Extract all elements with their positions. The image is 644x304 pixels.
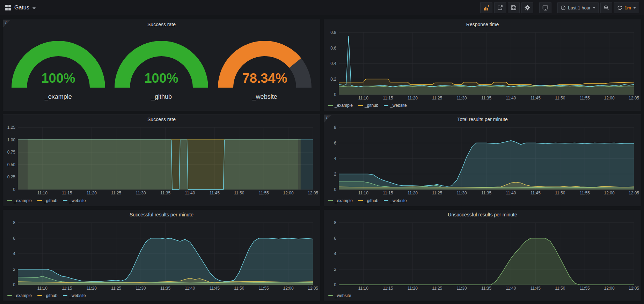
refresh-interval-label: 1m (624, 5, 631, 10)
svg-text:11:45: 11:45 (210, 191, 220, 195)
legend-item-_example[interactable]: _example (328, 103, 353, 108)
gauge-series-label: _website (253, 93, 277, 101)
gauge-value: 100% (41, 71, 75, 86)
legend-item-_example[interactable]: _example (328, 198, 353, 203)
svg-text:11:50: 11:50 (555, 191, 565, 195)
legend-item-_website[interactable]: _website (384, 103, 407, 108)
panel-info-icon[interactable]: i (324, 115, 332, 123)
settings-button[interactable] (521, 2, 533, 13)
legend-item-_github[interactable]: _github (37, 198, 57, 203)
dashboard-grid-icon[interactable] (5, 5, 11, 11)
svg-text:11:15: 11:15 (383, 96, 393, 101)
zoom-out-button[interactable] (600, 2, 612, 13)
svg-text:0: 0 (334, 187, 336, 192)
svg-text:11:35: 11:35 (481, 96, 491, 101)
share-button[interactable] (494, 2, 506, 13)
panel-title[interactable]: Success rate (3, 115, 320, 124)
svg-text:0.4: 0.4 (330, 61, 336, 66)
svg-text:11:50: 11:50 (234, 191, 244, 195)
svg-text:11:50: 11:50 (555, 286, 565, 291)
panel-title[interactable]: Unsuccessful results per minute (324, 210, 641, 219)
refresh-icon (617, 5, 622, 10)
svg-text:11:25: 11:25 (432, 191, 442, 195)
tv-mode-button[interactable] (539, 2, 551, 13)
svg-text:0: 0 (13, 187, 15, 192)
gauge-value: 100% (145, 71, 178, 86)
legend-item-_github[interactable]: _github (358, 198, 378, 203)
panel-info-icon[interactable]: i (3, 20, 11, 28)
legend-swatch (63, 200, 67, 201)
svg-text:11:25: 11:25 (432, 96, 442, 101)
svg-text:11:30: 11:30 (136, 286, 146, 291)
svg-text:8: 8 (334, 125, 336, 130)
svg-text:6: 6 (334, 236, 336, 240)
save-button[interactable] (508, 2, 520, 13)
chart-plot-area[interactable]: 11:1011:1511:2011:2511:3011:3511:4011:45… (324, 219, 641, 292)
gauge-_example: 100%_example (9, 37, 107, 101)
svg-text:11:45: 11:45 (530, 286, 541, 291)
success-rate-chart: 11:1011:1511:2011:2511:3011:3511:4011:45… (3, 124, 320, 197)
legend-item-_website[interactable]: _website (63, 198, 86, 203)
legend-item-_example[interactable]: _example (7, 198, 32, 203)
gauge-arc: 100% (112, 37, 210, 90)
svg-text:11:10: 11:10 (358, 286, 368, 291)
svg-text:11:40: 11:40 (185, 191, 195, 195)
legend-series-name: _example (335, 103, 353, 108)
add-panel-button[interactable] (480, 2, 492, 13)
legend-item-_github[interactable]: _github (358, 103, 378, 108)
svg-text:0.75: 0.75 (7, 150, 16, 155)
gauge-_github: 100%_github (112, 37, 210, 101)
svg-text:0: 0 (334, 92, 336, 97)
svg-text:4: 4 (13, 251, 15, 256)
legend: _example_github_website (324, 102, 641, 111)
svg-text:11:40: 11:40 (506, 286, 516, 291)
legend-series-name: _example (335, 198, 353, 203)
chart-plot-area[interactable]: 11:1011:1511:2011:2511:3011:3511:4011:45… (3, 219, 320, 292)
svg-text:11:20: 11:20 (408, 96, 418, 101)
chart-plot-area[interactable]: 11:1011:1511:2011:2511:3011:3511:4011:45… (3, 124, 320, 197)
legend-item-_website[interactable]: _website (63, 293, 86, 298)
svg-text:0.6: 0.6 (330, 46, 336, 51)
legend-item-_website[interactable]: _website (384, 198, 407, 203)
svg-text:11:10: 11:10 (358, 191, 368, 195)
svg-text:2: 2 (13, 267, 15, 272)
panel-total-results: i Total results per minute 11:1011:1511:… (324, 114, 641, 206)
svg-text:11:25: 11:25 (111, 286, 121, 291)
legend-series-name: _website (390, 198, 407, 203)
svg-text:1.00: 1.00 (7, 138, 16, 142)
svg-text:12:00: 12:00 (283, 286, 294, 291)
svg-text:11:30: 11:30 (457, 96, 467, 101)
svg-text:12:00: 12:00 (604, 191, 615, 195)
svg-text:8: 8 (13, 220, 15, 225)
legend-item-_website[interactable]: _website (328, 293, 351, 298)
svg-text:2: 2 (334, 172, 336, 177)
save-icon (511, 5, 517, 10)
legend-item-_example[interactable]: _example (7, 293, 32, 298)
dashboard-title[interactable]: Gatus (14, 5, 29, 11)
svg-text:12:00: 12:00 (604, 286, 615, 291)
legend-item-_github[interactable]: _github (37, 293, 57, 298)
legend-series-name: _website (69, 293, 86, 298)
navbar-right: Last 1 hour 1m (478, 2, 639, 13)
panel-title[interactable]: Total results per minute (324, 115, 641, 124)
dashboard-grid: i Success rate 100%_example100%_github78… (0, 15, 644, 304)
panel-title[interactable]: Successful results per minute (3, 210, 320, 219)
legend: _example_github_website (3, 292, 320, 301)
svg-text:0: 0 (13, 282, 15, 287)
chart-plot-area[interactable]: 11:1011:1511:2011:2511:3011:3511:4011:45… (324, 29, 641, 102)
legend-swatch (328, 200, 333, 201)
svg-text:11:35: 11:35 (160, 191, 170, 195)
svg-text:11:35: 11:35 (160, 286, 170, 291)
legend-swatch (358, 105, 363, 106)
panel-title[interactable]: Success rate (3, 20, 320, 29)
svg-text:0.50: 0.50 (7, 162, 16, 167)
chart-plot-area[interactable]: 11:1011:1511:2011:2511:3011:3511:4011:45… (324, 124, 641, 197)
svg-text:12:05: 12:05 (308, 191, 318, 195)
legend-swatch (63, 295, 67, 296)
panel-title[interactable]: Response time (324, 20, 641, 29)
navbar-left: Gatus (5, 5, 36, 11)
legend-swatch (328, 295, 333, 296)
svg-text:4: 4 (334, 251, 336, 256)
refresh-picker[interactable]: 1m (614, 2, 639, 13)
time-range-picker[interactable]: Last 1 hour (557, 2, 599, 13)
